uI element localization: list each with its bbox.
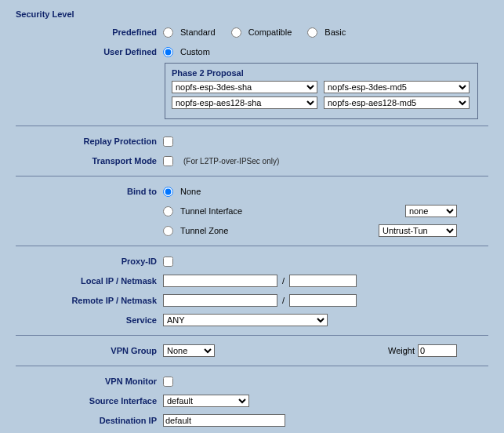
predefined-compatible-label: Compatible: [248, 27, 292, 37]
proposal-select-2[interactable]: nopfs-esp-3des-md5: [324, 81, 470, 93]
predefined-standard-label: Standard: [180, 27, 216, 37]
source-interface-select[interactable]: default: [163, 395, 249, 407]
service-select[interactable]: ANY: [163, 314, 328, 326]
tunnel-interface-select[interactable]: none: [405, 205, 457, 217]
replay-label: Replay Protection: [16, 136, 163, 146]
weight-label: Weight: [388, 346, 415, 355]
bind-none-radio[interactable]: [163, 187, 173, 197]
service-label: Service: [16, 315, 163, 325]
predefined-standard-radio[interactable]: [163, 27, 173, 38]
userdefined-custom-radio[interactable]: [163, 47, 173, 57]
proposal-title: Phase 2 Proposal: [172, 68, 471, 78]
bindto-label: Bind to: [16, 187, 163, 196]
bind-tunnelif-label: Tunnel Interface: [180, 206, 242, 216]
bind-tunnelif-radio[interactable]: [163, 206, 173, 216]
proposal-select-4[interactable]: nopfs-esp-aes128-md5: [324, 96, 470, 109]
predefined-label: Predefined: [16, 27, 163, 37]
predefined-basic-label: Basic: [325, 27, 346, 37]
separator: [16, 366, 488, 366]
proposal-select-1[interactable]: nopfs-esp-3des-sha: [172, 81, 317, 93]
transport-label: Transport Mode: [16, 156, 163, 166]
weight-input[interactable]: [418, 344, 457, 357]
localip-label: Local IP / Netmask: [16, 276, 163, 286]
userdefined-custom-label: Custom: [180, 47, 210, 56]
vpnmonitor-label: VPN Monitor: [16, 377, 163, 386]
remoteip-input[interactable]: [163, 294, 277, 307]
proxyid-label: Proxy-ID: [16, 257, 163, 266]
separator: [16, 335, 488, 336]
transport-hint: (For L2TP-over-IPSec only): [183, 157, 279, 166]
bind-tunnelzone-label: Tunnel Zone: [180, 226, 228, 235]
predefined-compatible-radio[interactable]: [231, 27, 241, 38]
remotemask-input[interactable]: [289, 294, 357, 307]
predefined-basic-radio[interactable]: [307, 27, 317, 38]
replay-checkbox[interactable]: [163, 136, 173, 147]
remoteip-label: Remote IP / Netmask: [16, 296, 163, 305]
srcif-label: Source Interface: [16, 396, 163, 406]
tunnel-zone-select[interactable]: Untrust-Tun: [379, 224, 457, 237]
vpngroup-label: VPN Group: [16, 346, 163, 355]
separator: [16, 126, 488, 126]
separator: [16, 176, 488, 176]
destination-ip-input[interactable]: [163, 414, 285, 427]
separator: [16, 246, 488, 246]
bind-tunnelzone-radio[interactable]: [163, 226, 173, 236]
proposal-select-3[interactable]: nopfs-esp-aes128-sha: [172, 96, 317, 109]
vpngroup-select[interactable]: None: [163, 344, 215, 357]
slash-label: /: [282, 276, 285, 286]
bind-none-label: None: [180, 187, 201, 196]
transport-checkbox[interactable]: [163, 156, 173, 166]
localmask-input[interactable]: [289, 275, 357, 287]
destip-label: Destination IP: [16, 416, 163, 425]
slash-label: /: [282, 296, 285, 305]
localip-input[interactable]: [163, 275, 277, 287]
page-title: Security Level: [16, 9, 488, 19]
proxyid-checkbox[interactable]: [163, 257, 173, 267]
vpnmonitor-checkbox[interactable]: [163, 377, 173, 387]
userdefined-label: User Defined: [16, 47, 163, 56]
